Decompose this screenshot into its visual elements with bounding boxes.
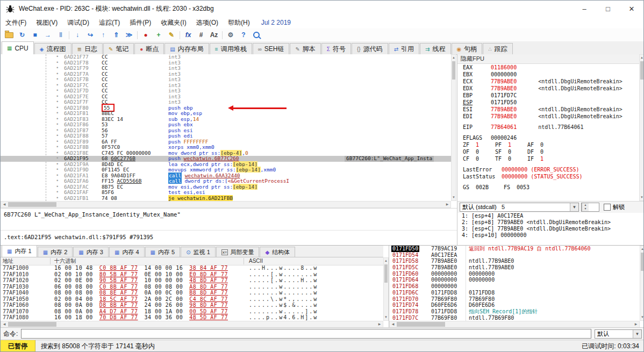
breakpoint-dot-icon[interactable]: •: [56, 127, 59, 133]
calling-convention-select[interactable]: 默认 (stdcall) ▼: [460, 203, 579, 212]
memory-dump-pane[interactable]: ▦内存 1▦内存 2▦内存 3▦内存 4▦内存 5⊙监视 1x=局部变量◆结构体…: [1, 246, 389, 328]
tab-dump5[interactable]: ▦内存 5: [145, 247, 181, 257]
breakpoint-dot-icon[interactable]: •: [56, 82, 59, 88]
stack-row[interactable]: 0171FD6C0171FDD80171FDD8: [389, 290, 644, 296]
stack-row[interactable]: 0171FD74D60FE6D6D60FE6D6: [389, 302, 644, 308]
tab-references[interactable]: ⇄引用: [389, 43, 419, 54]
maximize-button[interactable]: □: [596, 1, 620, 17]
tab-source[interactable]: {}源代码: [352, 43, 388, 54]
disasm-row[interactable]: •6AD21F8B0F57C0xorps xmm0,xmm0: [1, 145, 451, 150]
tab-script[interactable]: ✎脚本: [290, 43, 320, 54]
functions-fx-icon[interactable]: fx: [182, 30, 195, 41]
menu-item-file[interactable]: 文件(F): [1, 17, 31, 28]
unlock-checkbox-wrap[interactable]: 解锁: [604, 203, 625, 211]
registers-vertical-scrollbar[interactable]: ▲▼: [639, 54, 644, 201]
dump-row[interactable]: 77AF108016 00 18 0070 D8 AF 7734 00 36 0…: [1, 314, 383, 321]
disasm-row[interactable]: •6AD21F818BECmov ebp,esp: [1, 111, 451, 117]
close-debuggee-icon[interactable]: ■: [28, 30, 41, 41]
register-row[interactable]: CF0TF0IF1: [457, 155, 640, 162]
register-row[interactable]: EAX01186000: [457, 64, 640, 71]
register-row[interactable]: GS002BFS0053: [457, 184, 640, 191]
dump-vertical-scrollbar[interactable]: ▲▼: [383, 257, 389, 321]
argument-row[interactable]: 4: [esp+10] 00000000: [457, 232, 644, 239]
menu-item-trace[interactable]: 追踪(T): [94, 17, 125, 28]
dump-row[interactable]: 77AF104008 00 08 0008 8E AF 770A 00 0C 0…: [1, 290, 383, 296]
disasm-row[interactable]: •6AD21FB174 08je wechatwin.6AD21FBB: [1, 196, 451, 202]
disassembly-pane[interactable]: •6AD21F77CCint3•6AD21F78CCint3•6AD21F79C…: [1, 54, 451, 201]
register-row[interactable]: EFLAGS00000246: [457, 134, 640, 141]
stack-row[interactable]: 0171FD5877B9ABE0ntdll.77B9ABE0: [389, 258, 644, 264]
breakpoint-dot-icon[interactable]: •: [56, 60, 59, 66]
argument-row[interactable]: 1: [esp+4] A0C17EEA: [457, 213, 644, 219]
breakpoint-dot-icon[interactable]: •: [56, 88, 59, 94]
menu-item-favourites[interactable]: 收藏夹(I): [156, 17, 191, 28]
disassembly-horizontal-scrollbar[interactable]: ◀▶: [1, 201, 451, 208]
register-row[interactable]: EDX77B9ABE0<ntdll.DbgUiRemoteBreakin>: [457, 85, 640, 92]
unlock-checkbox[interactable]: [604, 204, 611, 211]
run-till-return-icon[interactable]: ↑: [97, 30, 110, 41]
breakpoint-dot-icon[interactable]: •: [56, 99, 59, 105]
tab-locals[interactable]: x=局部变量: [216, 247, 260, 257]
breakpoint-dot-icon[interactable]: •: [56, 161, 59, 167]
tab-cpu[interactable]: ▦CPU: [2, 41, 34, 54]
minimize-button[interactable]: –: [573, 1, 596, 17]
breakpoint-dot-icon[interactable]: •: [56, 110, 59, 116]
close-button[interactable]: ✕: [620, 1, 643, 17]
breakpoint-dot-icon[interactable]: •: [56, 144, 59, 150]
breakpoint-dot-icon[interactable]: •: [56, 121, 59, 127]
register-row[interactable]: EBP0171FD7C: [457, 92, 640, 99]
disassembly-vertical-scrollbar[interactable]: ▲▼: [451, 54, 456, 201]
disasm-row[interactable]: •6AD21F7DCCint3: [1, 88, 451, 94]
search-icon[interactable]: [250, 30, 263, 41]
stack-pane[interactable]: 0171FD5077B9AC19返回到 ntdll.77B9AC19 自 ntd…: [389, 246, 644, 328]
breakpoint-dot-icon[interactable]: •: [56, 65, 59, 71]
comments-icon[interactable]: ✎: [165, 30, 178, 41]
disasm-row[interactable]: •6AD21F7BCCint3: [1, 77, 451, 83]
argument-count-stepper[interactable]: 5 ▲▼: [581, 203, 599, 212]
breakpoint-dot-icon[interactable]: •: [56, 76, 59, 82]
breakpoint-dot-icon[interactable]: •: [56, 94, 59, 99]
registers-pane[interactable]: 隐藏FPU EAX01186000EBX00000000ECX77B9ABE0<…: [457, 54, 640, 201]
breakpoint-dot-icon[interactable]: •: [56, 195, 59, 201]
tab-symbols[interactable]: Σ符号: [321, 43, 351, 54]
arguments-pane[interactable]: 1: [esp+4] A0C17EEA2: [esp+8] 77B9ABE0 <…: [457, 213, 644, 245]
breakpoint-dot-icon[interactable]: •: [56, 71, 59, 77]
tab-dump3[interactable]: ▦内存 3: [73, 247, 109, 257]
stack-vertical-scrollbar[interactable]: ▲▼: [640, 246, 644, 321]
breakpoint-dot-icon[interactable]: •: [56, 54, 59, 60]
tab-seh[interactable]: ∞SEH链: [253, 43, 290, 54]
tab-dump4[interactable]: ▦内存 4: [109, 247, 145, 257]
tab-memory-map[interactable]: ▤内存布局: [164, 43, 209, 54]
settings-icon[interactable]: ⚙: [224, 30, 237, 41]
breakpoint-dot-icon[interactable]: •: [56, 133, 59, 139]
register-row[interactable]: OF0SF0DF0: [457, 148, 640, 155]
tab-handles[interactable]: ◉句柄: [452, 43, 483, 54]
register-row[interactable]: ZF1PF1AF0: [457, 141, 640, 148]
help-icon[interactable]: ?: [237, 30, 250, 41]
menu-item-debug[interactable]: 调试(D): [62, 17, 94, 28]
disasm-row[interactable]: •6AD21FAF85F6test esi,esi: [1, 190, 451, 196]
stack-row[interactable]: 0171FD7C77B69F80ntdll.77B69F80: [389, 315, 644, 321]
tab-breakpoints[interactable]: ●断点: [134, 43, 164, 54]
breakpoint-dot-icon[interactable]: •: [56, 150, 59, 156]
open-file-icon[interactable]: [3, 30, 16, 41]
disasm-row[interactable]: •6AD21F8857push edi: [1, 133, 451, 139]
stack-row[interactable]: 0171FD600000000000000000: [389, 271, 644, 277]
stack-row[interactable]: 0171FD640000000000000000: [389, 277, 644, 283]
hash-icon[interactable]: #: [195, 30, 207, 41]
breakpoint-dot-icon[interactable]: •: [56, 105, 59, 111]
pause-icon[interactable]: ‖: [54, 30, 67, 41]
breakpoint-dot-icon[interactable]: •: [56, 167, 59, 173]
patches-icon[interactable]: +: [152, 30, 165, 41]
menu-item-plugins[interactable]: 插件(P): [125, 17, 156, 28]
register-row[interactable]: ECX77B9ABE0<ntdll.DbgUiRemoteBreakin>: [457, 78, 640, 85]
tab-graph[interactable]: ◈流程图: [34, 43, 71, 54]
stack-row[interactable]: 0171FD780171FDD8指向SEH_Record[1]的指针: [389, 308, 644, 315]
register-row[interactable]: ESI77B9ABE0<ntdll.DbgUiRemoteBreakin>: [457, 106, 640, 113]
dump-row[interactable]: 77AF105002 00 04 0018 5C AF 772A 00 2C 0…: [1, 296, 383, 303]
trace-record-icon[interactable]: ●: [139, 30, 152, 41]
stack-row[interactable]: 0171FD54A0C17EEA: [389, 252, 644, 258]
step-out-icon[interactable]: ⇑: [110, 30, 123, 41]
breakpoint-dot-icon[interactable]: •: [56, 178, 59, 184]
command-input[interactable]: [21, 329, 591, 339]
